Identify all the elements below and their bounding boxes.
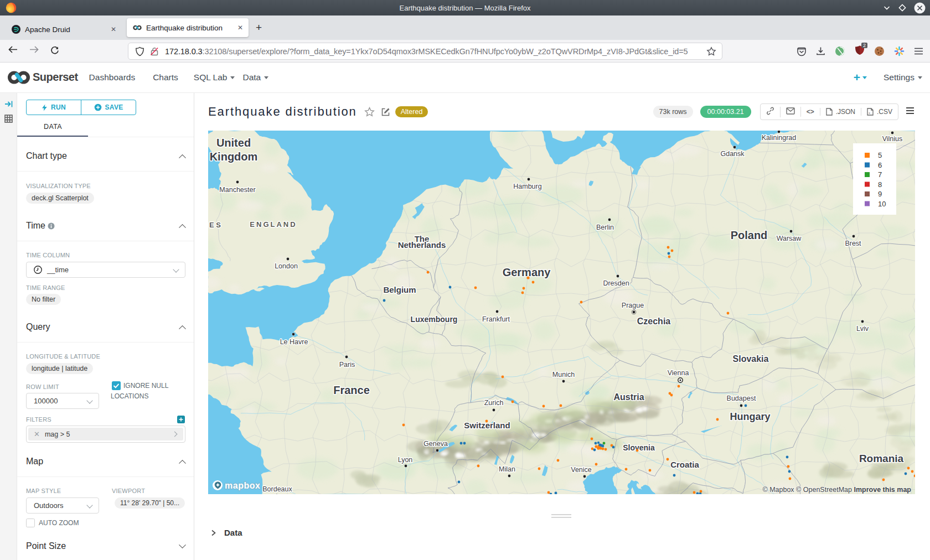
svg-text:Paris: Paris — [339, 361, 355, 369]
svg-text:Poland: Poland — [731, 229, 768, 241]
svg-text:Kingdom: Kingdom — [210, 151, 258, 163]
svg-text:Luxembourg: Luxembourg — [411, 315, 458, 324]
svg-text:8: 8 — [878, 180, 882, 189]
svg-text:Gdansk: Gdansk — [720, 150, 745, 158]
svg-text:Prague: Prague — [622, 302, 644, 309]
svg-text:Czechia: Czechia — [637, 317, 671, 326]
svg-text:Zurich: Zurich — [484, 399, 504, 407]
svg-text:Kaliningrad: Kaliningrad — [762, 134, 797, 142]
svg-text:Austria: Austria — [613, 392, 644, 402]
svg-text:Vilnius: Vilnius — [882, 135, 903, 143]
svg-text:7: 7 — [878, 170, 882, 179]
svg-text:6: 6 — [878, 161, 882, 169]
svg-text:Belgium: Belgium — [383, 285, 416, 294]
svg-text:London: London — [275, 262, 298, 270]
svg-text:9: 9 — [878, 190, 882, 198]
svg-text:Dresden: Dresden — [603, 279, 629, 287]
svg-text:Germany: Germany — [503, 266, 551, 278]
svg-text:Berlin: Berlin — [596, 224, 614, 231]
svg-text:Warsaw: Warsaw — [777, 235, 802, 242]
svg-text:United: United — [216, 137, 251, 149]
svg-text:Lyon: Lyon — [398, 456, 413, 464]
svg-text:Slovenia: Slovenia — [623, 443, 655, 452]
svg-text:Romania: Romania — [859, 453, 904, 464]
svg-text:ENGLAND: ENGLAND — [250, 220, 297, 229]
svg-text:© Mapbox © OpenStreetMap Impro: © Mapbox © OpenStreetMap Improve this ma… — [762, 486, 911, 494]
svg-text:Geneva: Geneva — [423, 440, 448, 448]
svg-text:x: x — [869, 111, 870, 115]
svg-text:ES: ES — [209, 221, 223, 229]
svg-text:Venice: Venice — [571, 466, 592, 474]
svg-text:France: France — [333, 384, 370, 396]
svg-text:Frankfurt: Frankfurt — [482, 315, 510, 323]
svg-text:Lviv: Lviv — [856, 325, 869, 333]
svg-text:Munich: Munich — [552, 371, 575, 378]
svg-text:Milan: Milan — [499, 465, 515, 473]
svg-text:Brest: Brest — [845, 240, 861, 247]
svg-text:Budapest: Budapest — [727, 395, 756, 402]
svg-text:Le Havre: Le Havre — [280, 338, 308, 346]
svg-text:Manchester: Manchester — [219, 186, 255, 194]
svg-text:Vienna: Vienna — [668, 369, 689, 377]
svg-text:Netherlands: Netherlands — [398, 240, 446, 250]
svg-text:mapbox: mapbox — [225, 481, 260, 490]
svg-text:10: 10 — [878, 200, 886, 208]
svg-text:Hamburg: Hamburg — [513, 183, 541, 190]
svg-text:Slovakia: Slovakia — [733, 354, 769, 364]
svg-text:Bordeaux: Bordeaux — [262, 485, 292, 493]
svg-text:5: 5 — [878, 151, 882, 159]
svg-text:Croatia: Croatia — [670, 460, 699, 469]
svg-text:Hungary: Hungary — [730, 411, 770, 422]
